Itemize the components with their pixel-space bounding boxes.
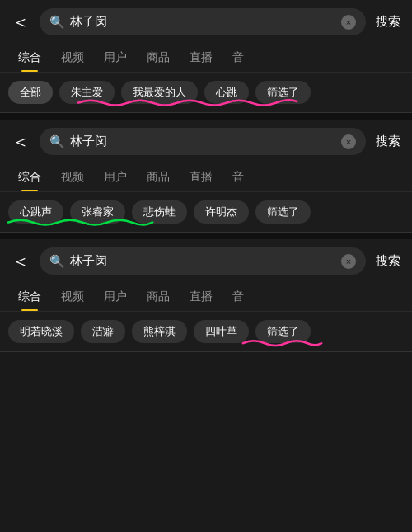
- search-row-2: ＜ 🔍 林子闵 × 搜索: [0, 120, 412, 163]
- chip-我最爱的人-1[interactable]: 我最爱的人: [121, 81, 198, 104]
- tab-商品-3[interactable]: 商品: [137, 283, 180, 311]
- tab-用户-2[interactable]: 用户: [94, 163, 137, 191]
- back-button-2[interactable]: ＜: [8, 129, 33, 154]
- tab-综合-3[interactable]: 综合: [8, 283, 51, 311]
- tab-音-1[interactable]: 音: [222, 44, 254, 72]
- chip-许明杰-2[interactable]: 许明杰: [194, 200, 249, 224]
- tab-视频-3[interactable]: 视频: [51, 283, 94, 311]
- back-button-3[interactable]: ＜: [8, 249, 33, 274]
- tabs-row-2: 综合 视频 用户 商品 直播 音: [0, 163, 412, 192]
- panel-3: ＜ 🔍 林子闵 × 搜索 综合 视频 用户 商品 直播 音 明若晓溪 洁癖 熊梓…: [0, 239, 412, 352]
- tab-音-3[interactable]: 音: [222, 283, 254, 311]
- search-row-1: ＜ 🔍 林子闵 × 搜索: [0, 0, 412, 44]
- clear-button-3[interactable]: ×: [341, 254, 356, 269]
- tab-直播-2[interactable]: 直播: [180, 163, 222, 191]
- chip-筛选了-2[interactable]: 筛选了: [255, 200, 311, 224]
- tab-商品-2[interactable]: 商品: [137, 163, 180, 191]
- chip-心跳-1[interactable]: 心跳: [204, 81, 249, 104]
- chip-洁癖-3[interactable]: 洁癖: [81, 320, 125, 343]
- chip-筛选了-3[interactable]: 筛选了: [255, 320, 311, 343]
- chip-张睿家-2[interactable]: 张睿家: [70, 200, 125, 224]
- chip-明若晓溪-3[interactable]: 明若晓溪: [8, 320, 74, 343]
- tab-用户-3[interactable]: 用户: [94, 283, 137, 311]
- tabs-row-3: 综合 视频 用户 商品 直播 音: [0, 283, 412, 312]
- chip-全部-1[interactable]: 全部: [8, 81, 53, 104]
- tab-视频-2[interactable]: 视频: [51, 163, 94, 191]
- search-box-3[interactable]: 🔍 林子闵 ×: [40, 247, 366, 275]
- search-box-1[interactable]: 🔍 林子闵 ×: [40, 8, 366, 35]
- search-submit-1[interactable]: 搜索: [372, 14, 404, 30]
- search-icon-3: 🔍: [49, 254, 65, 269]
- tab-商品-1[interactable]: 商品: [137, 44, 180, 72]
- search-row-3: ＜ 🔍 林子闵 × 搜索: [0, 239, 412, 283]
- chips-row-2: 心跳声 张睿家 悲伤蛙 许明杰 筛选了: [0, 192, 412, 232]
- tab-直播-1[interactable]: 直播: [180, 44, 222, 72]
- clear-button-1[interactable]: ×: [341, 15, 356, 30]
- tab-音-2[interactable]: 音: [222, 163, 254, 191]
- chips-row-3: 明若晓溪 洁癖 熊梓淇 四叶草 筛选了: [0, 312, 412, 351]
- chip-朱主爱-1[interactable]: 朱主爱: [59, 81, 115, 104]
- search-box-2[interactable]: 🔍 林子闵 ×: [40, 128, 366, 155]
- chip-悲伤蛙-2[interactable]: 悲伤蛙: [132, 200, 187, 224]
- chip-心跳声-2[interactable]: 心跳声: [8, 200, 63, 224]
- tab-综合-1[interactable]: 综合: [8, 44, 51, 72]
- panel-1: ＜ 🔍 林子闵 × 搜索 综合 视频 用户 商品 直播 音 全部 朱主爱 我最爱…: [0, 0, 412, 113]
- chip-四叶草-3[interactable]: 四叶草: [194, 320, 249, 343]
- tab-用户-1[interactable]: 用户: [94, 44, 137, 72]
- chip-熊梓淇-3[interactable]: 熊梓淇: [132, 320, 187, 343]
- tab-视频-1[interactable]: 视频: [51, 44, 94, 72]
- tabs-row-1: 综合 视频 用户 商品 直播 音: [0, 44, 412, 73]
- search-icon-1: 🔍: [49, 15, 65, 30]
- search-icon-2: 🔍: [49, 134, 65, 149]
- clear-button-2[interactable]: ×: [341, 134, 356, 149]
- tab-综合-2[interactable]: 综合: [8, 163, 51, 191]
- search-submit-3[interactable]: 搜索: [372, 253, 404, 269]
- search-submit-2[interactable]: 搜索: [372, 134, 404, 149]
- chip-筛选了-1[interactable]: 筛选了: [255, 81, 311, 104]
- search-query-1: 林子闵: [70, 14, 336, 30]
- divider-1: [0, 113, 412, 120]
- panel-2: ＜ 🔍 林子闵 × 搜索 综合 视频 用户 商品 直播 音 心跳声 张睿家 悲伤…: [0, 120, 412, 233]
- search-query-2: 林子闵: [70, 134, 336, 149]
- back-button-1[interactable]: ＜: [8, 10, 33, 35]
- divider-2: [0, 233, 412, 239]
- chips-row-1: 全部 朱主爱 我最爱的人 心跳 筛选了: [0, 73, 412, 112]
- search-query-3: 林子闵: [70, 253, 336, 269]
- tab-直播-3[interactable]: 直播: [180, 283, 222, 311]
